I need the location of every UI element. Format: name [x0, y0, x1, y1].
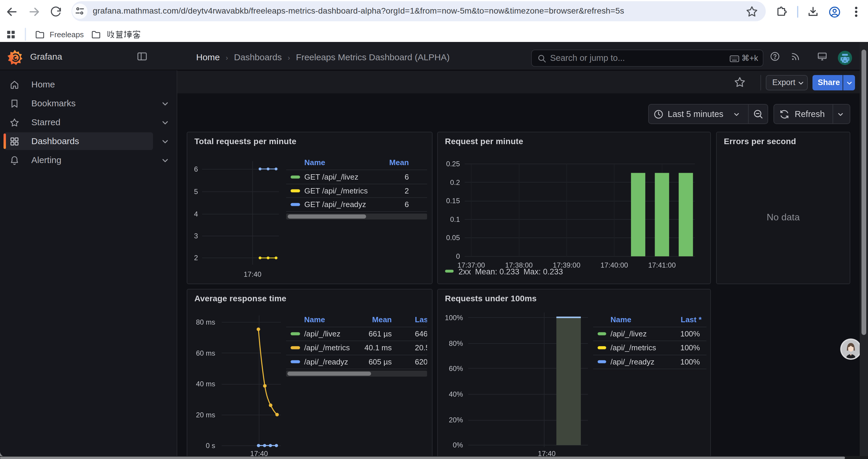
svg-text:0.15: 0.15 [446, 197, 460, 205]
svg-text:20%: 20% [449, 416, 463, 424]
svg-text:0.2: 0.2 [450, 178, 460, 186]
svg-text:0.1: 0.1 [450, 215, 460, 223]
svg-text:17:41:00: 17:41:00 [648, 261, 676, 269]
svg-text:646 µs: 646 µs [415, 329, 433, 338]
svg-text:Mean: Mean [372, 315, 392, 324]
svg-text:620 µs: 620 µs [415, 357, 433, 366]
svg-text:/api/_/readyz: /api/_/readyz [610, 357, 654, 366]
svg-text:100%: 100% [680, 329, 700, 338]
svg-text:20 ms: 20 ms [196, 411, 215, 419]
svg-text:661 µs: 661 µs [368, 329, 392, 338]
svg-text:2xx: 2xx [459, 267, 471, 276]
svg-text:Name: Name [304, 158, 325, 167]
svg-text:Mean: 0.233: Mean: 0.233 [475, 267, 519, 276]
svg-text:20.5 ms: 20.5 ms [415, 343, 433, 352]
svg-text:0.25: 0.25 [446, 160, 460, 168]
svg-text:/api/_/livez: /api/_/livez [304, 329, 340, 338]
svg-text:17:40: 17:40 [244, 270, 261, 278]
svg-text:100%: 100% [680, 357, 700, 366]
svg-text:2: 2 [405, 186, 409, 195]
svg-text:Last *: Last * [415, 315, 433, 324]
svg-text:Last *: Last * [681, 315, 702, 324]
svg-text:6: 6 [405, 200, 409, 209]
svg-text:/api/_/metrics: /api/_/metrics [304, 343, 350, 352]
svg-text:80%: 80% [449, 339, 463, 347]
svg-text:0.05: 0.05 [446, 234, 460, 241]
svg-text:40%: 40% [449, 390, 463, 398]
svg-text:80 ms: 80 ms [196, 318, 215, 326]
svg-text:40 ms: 40 ms [196, 380, 215, 388]
svg-text:6: 6 [405, 172, 409, 182]
svg-text:0: 0 [456, 252, 460, 260]
svg-text:0 s: 0 s [206, 441, 215, 450]
svg-text:Name: Name [304, 315, 325, 324]
svg-text:6: 6 [194, 165, 198, 173]
svg-text:605 µs: 605 µs [368, 357, 392, 366]
svg-text:60%: 60% [449, 364, 463, 372]
svg-text:/api/_/readyz: /api/_/readyz [304, 357, 348, 366]
svg-text:100%: 100% [680, 343, 700, 352]
svg-text:0%: 0% [453, 441, 463, 449]
svg-text:40.1 ms: 40.1 ms [365, 343, 392, 352]
svg-text:Name: Name [610, 315, 631, 324]
svg-text:/api/_/metrics: /api/_/metrics [610, 343, 656, 352]
svg-text:2: 2 [194, 254, 198, 262]
svg-text:/api/_/livez: /api/_/livez [610, 329, 647, 338]
svg-text:17:40:00: 17:40:00 [600, 261, 628, 269]
svg-text:3: 3 [194, 232, 198, 240]
svg-text:60 ms: 60 ms [196, 349, 215, 357]
svg-text:GET /api/_/readyz: GET /api/_/readyz [304, 200, 366, 209]
svg-text:Mean: Mean [390, 158, 409, 167]
svg-text:Max: 0.233: Max: 0.233 [524, 267, 563, 276]
svg-text:GET /api/_/metrics: GET /api/_/metrics [304, 186, 368, 195]
svg-text:4: 4 [194, 210, 198, 218]
svg-text:5: 5 [194, 188, 198, 196]
svg-text:GET /api/_/livez: GET /api/_/livez [304, 172, 359, 182]
svg-text:100%: 100% [445, 314, 463, 322]
